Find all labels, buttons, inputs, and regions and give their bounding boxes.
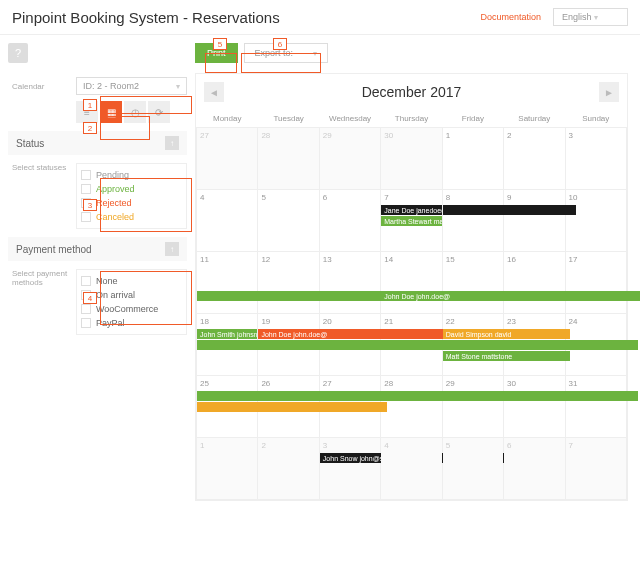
day-cell[interactable]: 10	[565, 190, 626, 252]
day-cell[interactable]: 31	[565, 376, 626, 438]
payment-header: Payment method ↑	[8, 237, 187, 261]
day-cell[interactable]: 5	[442, 438, 503, 500]
day-cell[interactable]: 15	[442, 252, 503, 314]
day-cell[interactable]: 14 John Doe john.doe@	[381, 252, 442, 314]
status-label: Select statuses	[8, 163, 76, 172]
day-cell[interactable]: 13	[319, 252, 380, 314]
view-calendar-icon[interactable]: ▦	[100, 101, 122, 123]
day-cell[interactable]: 9	[504, 190, 565, 252]
day-cell[interactable]: 28	[258, 128, 319, 190]
collapse-icon[interactable]: ↑	[165, 136, 179, 150]
day-cell[interactable]: 30	[504, 376, 565, 438]
day-cell[interactable]: 2	[258, 438, 319, 500]
day-cell[interactable]: 30	[381, 128, 442, 190]
day-cell[interactable]: 11	[197, 252, 258, 314]
event[interactable]: Martha Stewart mart	[381, 216, 441, 226]
event[interactable]: Jane Doe janedoe@c	[381, 205, 441, 215]
day-cell[interactable]: 5	[258, 190, 319, 252]
calendar-select[interactable]: ID: 2 - Room2▾	[76, 77, 187, 95]
day-cell[interactable]: 19 John Doe john.doe@	[258, 314, 319, 376]
day-cell[interactable]: 18 John Smith johnsmith	[197, 314, 258, 376]
status-list: Pending Approved Rejected Canceled	[76, 163, 187, 229]
payment-none[interactable]: None	[81, 274, 182, 288]
calendar-grid: Monday Tuesday Wednesday Thursday Friday…	[196, 110, 627, 500]
status-header: Status ↑	[8, 131, 187, 155]
callout-num-4: 4	[83, 292, 97, 304]
payment-label: Select payment methods	[8, 269, 76, 287]
day-cell[interactable]: 26	[258, 376, 319, 438]
day-cell[interactable]: 8	[442, 190, 503, 252]
payment-paypal[interactable]: PayPal	[81, 316, 182, 330]
day-cell[interactable]: 22 David Simpson david Matt Stone mattst…	[442, 314, 503, 376]
callout-num-2: 2	[83, 122, 97, 134]
callout-num-6: 6	[273, 38, 287, 50]
status-canceled[interactable]: Canceled	[81, 210, 182, 224]
day-cell[interactable]: 7	[565, 438, 626, 500]
day-cell[interactable]: 29	[442, 376, 503, 438]
day-cell[interactable]: 6	[319, 190, 380, 252]
payment-woo[interactable]: WooCommerce	[81, 302, 182, 316]
callout-num-3: 3	[83, 199, 97, 211]
prev-month-icon[interactable]: ◄	[204, 82, 224, 102]
documentation-link[interactable]: Documentation	[480, 12, 541, 22]
day-cell[interactable]: 20	[319, 314, 380, 376]
day-cell[interactable]: 4	[381, 438, 442, 500]
calendar-title: December 2017	[362, 84, 462, 100]
day-cell[interactable]: 3 John Snow john@star	[319, 438, 380, 500]
collapse-icon[interactable]: ↑	[165, 242, 179, 256]
day-cell[interactable]: 23	[504, 314, 565, 376]
day-cell[interactable]: 21	[381, 314, 442, 376]
page-title: Pinpoint Booking System - Reservations	[12, 9, 480, 26]
day-cell[interactable]: 4	[197, 190, 258, 252]
day-cell[interactable]: 28	[381, 376, 442, 438]
status-pending[interactable]: Pending	[81, 168, 182, 182]
day-cell[interactable]: 1	[442, 128, 503, 190]
day-cell[interactable]: 29	[319, 128, 380, 190]
day-cell[interactable]: 27	[319, 376, 380, 438]
day-cell[interactable]: 3	[565, 128, 626, 190]
help-icon[interactable]: ?	[8, 43, 28, 63]
day-cell[interactable]: 25	[197, 376, 258, 438]
calendar-label: Calendar	[8, 82, 76, 91]
day-cell[interactable]: 17	[565, 252, 626, 314]
callout-num-5: 5	[213, 38, 227, 50]
status-approved[interactable]: Approved	[81, 182, 182, 196]
calendar: ◄ December 2017 ► Monday Tuesday Wednesd…	[195, 73, 628, 501]
day-cell[interactable]: 24	[565, 314, 626, 376]
language-select[interactable]: English ▾	[553, 8, 628, 26]
day-cell[interactable]: 27	[197, 128, 258, 190]
day-cell[interactable]: 2	[504, 128, 565, 190]
event[interactable]: John Smith johnsmith	[197, 329, 257, 339]
day-cell[interactable]: 7 Jane Doe janedoe@c Martha Stewart mart	[381, 190, 442, 252]
day-cell[interactable]: 1	[197, 438, 258, 500]
view-filter-icon[interactable]: ◷	[124, 101, 146, 123]
day-cell[interactable]: 12	[258, 252, 319, 314]
view-sync-icon[interactable]: ⟳	[148, 101, 170, 123]
day-cell[interactable]: 6	[504, 438, 565, 500]
next-month-icon[interactable]: ►	[599, 82, 619, 102]
callout-num-1: 1	[83, 99, 97, 111]
day-cell[interactable]: 16	[504, 252, 565, 314]
